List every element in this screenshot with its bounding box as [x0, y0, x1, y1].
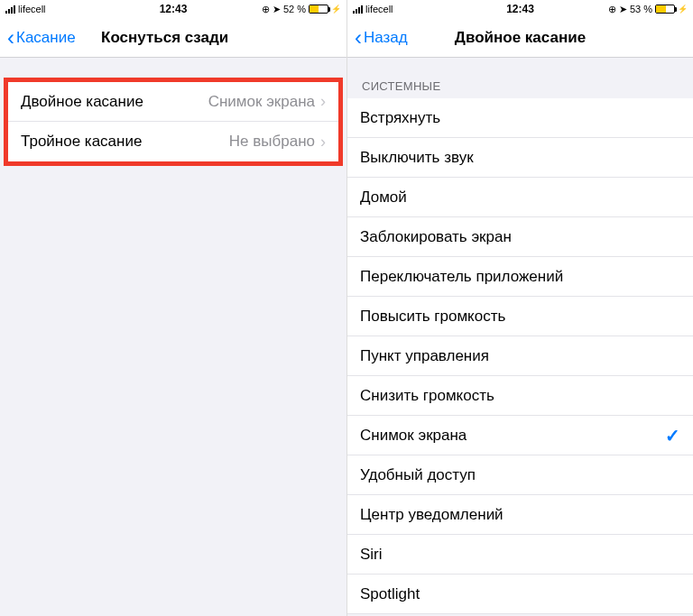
option-label: Удобный доступ	[360, 466, 476, 484]
status-time: 12:43	[347, 3, 693, 15]
option-row[interactable]: Заблокировать экран	[347, 217, 693, 257]
option-row[interactable]: Spotlight	[347, 575, 693, 614]
option-label: Siri	[360, 546, 383, 564]
status-bar: lifecell 12:43 ⊕ ➤ 52 % ⚡	[0, 0, 346, 18]
phone-right: lifecell 12:43 ⊕ ➤ 53 % ⚡ ‹ Назад Двойно…	[346, 0, 693, 616]
option-row[interactable]: Домой	[347, 178, 693, 217]
option-row[interactable]: Центр уведомлений	[347, 495, 693, 535]
row-label: Двойное касание	[21, 93, 143, 111]
option-label: Пункт управления	[360, 347, 489, 365]
option-label: Выключить звук	[360, 149, 474, 167]
row-double-tap[interactable]: Двойное касание Снимок экрана ›	[8, 82, 338, 122]
options-list: Встряхнуть Выключить звук Домой Заблокир…	[347, 98, 693, 614]
section-header-system: СИСТЕМНЫЕ	[347, 58, 693, 98]
option-row[interactable]: Выключить звук	[347, 138, 693, 178]
option-label: Снизить громкость	[360, 387, 494, 405]
option-row[interactable]: Пункт управления	[347, 336, 693, 376]
chevron-right-icon: ›	[320, 133, 326, 152]
option-row[interactable]: Переключатель приложений	[347, 257, 693, 297]
back-label: Касание	[16, 29, 76, 47]
option-label: Spotlight	[360, 585, 420, 603]
option-label: Снимок экрана	[360, 427, 467, 445]
battery-icon	[309, 5, 328, 14]
nav-bar: ‹ Касание Коснуться сзади	[0, 18, 346, 58]
option-label: Повысить громкость	[360, 308, 505, 326]
option-label: Переключатель приложений	[360, 268, 563, 286]
checkmark-icon: ✓	[665, 425, 680, 446]
back-button[interactable]: ‹ Касание	[7, 27, 76, 49]
option-row[interactable]: Siri	[347, 535, 693, 575]
option-label: Заблокировать экран	[360, 228, 512, 246]
row-label: Тройное касание	[21, 133, 142, 151]
option-label: Домой	[360, 188, 407, 207]
option-label: Встряхнуть	[360, 109, 440, 127]
chevron-right-icon: ›	[320, 92, 326, 111]
option-row[interactable]: Снизить громкость	[347, 376, 693, 416]
status-time: 12:43	[0, 3, 346, 15]
nav-bar: ‹ Назад Двойное касание	[347, 18, 693, 58]
row-value: Не выбрано	[229, 133, 315, 151]
back-button[interactable]: ‹ Назад	[355, 27, 408, 49]
status-bar: lifecell 12:43 ⊕ ➤ 53 % ⚡	[347, 0, 693, 18]
option-row[interactable]: Удобный доступ	[347, 455, 693, 495]
highlighted-group: Двойное касание Снимок экрана › Тройное …	[4, 78, 343, 166]
row-triple-tap[interactable]: Тройное касание Не выбрано ›	[8, 122, 338, 161]
option-row[interactable]: Встряхнуть	[347, 98, 693, 138]
option-row[interactable]: Повысить громкость	[347, 297, 693, 336]
content: Двойное касание Снимок экрана › Тройное …	[0, 78, 346, 166]
back-label: Назад	[364, 29, 408, 47]
chevron-left-icon: ‹	[7, 27, 14, 49]
row-value: Снимок экрана	[208, 93, 315, 111]
option-label: Центр уведомлений	[360, 506, 504, 524]
phone-left: lifecell 12:43 ⊕ ➤ 52 % ⚡ ‹ Касание Косн…	[0, 0, 346, 616]
content: СИСТЕМНЫЕ Встряхнуть Выключить звук Домо…	[347, 58, 693, 614]
option-row[interactable]: Снимок экрана✓	[347, 416, 693, 455]
chevron-left-icon: ‹	[355, 27, 362, 49]
battery-icon	[655, 5, 675, 14]
